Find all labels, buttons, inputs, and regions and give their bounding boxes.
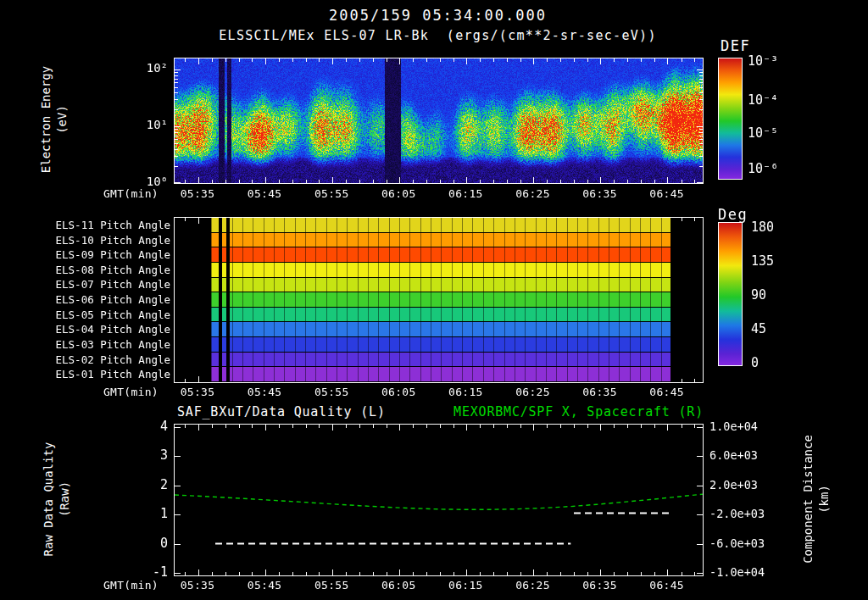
x-tick-label: 06:25: [515, 187, 550, 200]
pitch-angle-panel: [174, 217, 704, 383]
y-minor-tick-mark: [175, 99, 178, 100]
y-tick-mark: [175, 182, 181, 183]
x-tick-mark: [399, 177, 400, 183]
x-tick-label: 06:05: [381, 386, 416, 398]
x-minor-tick-mark: [440, 58, 441, 62]
x-tick-label: 06:45: [649, 187, 684, 200]
x-tick-mark: [533, 177, 534, 183]
quality-tick-label: 3: [160, 447, 168, 463]
colorbar-tick-label: 10⁻⁵: [748, 125, 778, 141]
x-tick-label: 05:55: [314, 386, 349, 398]
colorbar-tick-label: 0: [751, 355, 759, 370]
pitch-row-label: ELS-06 Pitch Angle: [56, 293, 170, 306]
pitch-dropout-bar: [219, 218, 222, 382]
x-minor-tick-mark: [574, 58, 575, 62]
colorbar-tick-label: 90: [751, 287, 766, 303]
x-minor-tick-mark: [413, 58, 414, 62]
x-minor-tick-mark: [252, 58, 253, 62]
els-quicklook-page: 2005/159 05:34:00.000 ELSSCIL/MEx ELS-07…: [0, 0, 868, 600]
x-tick-mark: [332, 58, 333, 64]
spectrogram-x-axis: GMT(min)05:3505:4505:5506:0506:1506:2506…: [174, 187, 702, 203]
x-minor-tick-mark: [426, 58, 427, 62]
x-minor-tick-mark: [480, 180, 481, 183]
x-tick-label: 06:15: [448, 187, 483, 200]
x-minor-tick-mark: [387, 58, 387, 62]
y-minor-tick-mark: [699, 149, 703, 150]
x-minor-tick-mark: [480, 58, 481, 62]
x-axis-title: GMT(min): [103, 386, 159, 398]
x-tick-mark: [667, 58, 668, 64]
x-minor-tick-mark: [346, 180, 347, 183]
x-minor-tick-mark: [426, 180, 427, 183]
x-tick-label: 06:35: [582, 386, 617, 398]
x-minor-tick-mark: [319, 58, 320, 62]
pitch-x-axis: GMT(min)05:3505:4505:5506:0506:1506:2506…: [174, 386, 702, 401]
colorbar-tick-label: 135: [751, 253, 774, 269]
x-minor-tick-mark: [507, 180, 508, 183]
y-minor-tick-mark: [175, 139, 178, 140]
x-tick-mark: [198, 58, 199, 64]
x-axis-title: GMT(min): [103, 579, 159, 592]
x-tick-label: 06:45: [649, 579, 684, 592]
colorbar-tick-label: 180: [751, 219, 774, 235]
x-minor-tick-mark: [212, 180, 213, 183]
x-minor-tick-mark: [185, 379, 186, 382]
x-minor-tick-mark: [560, 58, 561, 62]
x-minor-tick-mark: [694, 180, 695, 183]
x-tick-mark: [198, 376, 199, 382]
y-minor-tick-mark: [699, 92, 703, 93]
y-minor-tick-mark: [699, 136, 703, 136]
x-minor-tick-mark: [641, 180, 642, 183]
quality-axis-title-line: Raw Data Quality: [41, 414, 57, 584]
pitch-row-label: ELS-01 Pitch Angle: [56, 368, 170, 381]
x-tick-label: 06:25: [515, 386, 550, 398]
y-tick-mark: [175, 126, 181, 127]
x-minor-tick-mark: [413, 180, 414, 183]
y-minor-tick-mark: [699, 156, 703, 157]
colorbar-tick-label: 10⁻⁴: [748, 92, 778, 108]
x-minor-tick-mark: [239, 58, 240, 62]
x-minor-tick-mark: [547, 180, 548, 183]
x-tick-label: 06:15: [448, 386, 483, 398]
x-minor-tick-mark: [574, 180, 575, 183]
distance-tick-label: 1.0e+04: [709, 419, 758, 433]
x-tick-mark: [265, 58, 266, 64]
quality-tick-label: 2: [160, 477, 168, 492]
y-tick-mark: [175, 69, 181, 70]
y-minor-tick-mark: [699, 143, 703, 144]
colorbar-tick-label: 45: [751, 321, 766, 336]
energy-axis-title-line: Electron Energy: [38, 35, 54, 204]
distance-tick-label: 2.0e+03: [709, 478, 758, 492]
pitch-row-label: ELS-04 Pitch Angle: [56, 323, 170, 336]
x-tick-mark: [198, 177, 199, 183]
x-minor-tick-mark: [682, 218, 682, 221]
x-tick-label: 06:15: [448, 579, 483, 592]
quality-tick-label: 4: [160, 419, 168, 434]
x-minor-tick-mark: [359, 180, 360, 183]
spectrogram-heatmap: [175, 58, 703, 183]
pitch-row-label: ELS-07 Pitch Angle: [56, 278, 170, 291]
x-minor-tick-mark: [587, 180, 588, 183]
y-minor-tick-mark: [175, 109, 178, 110]
flux-colorbar-labels: 10⁻³10⁻⁴10⁻⁵10⁻⁶: [748, 58, 798, 178]
x-minor-tick-mark: [547, 58, 548, 62]
y-minor-tick-mark: [175, 132, 178, 133]
y-minor-tick-mark: [175, 75, 178, 76]
quality-tick-label: -1: [153, 564, 168, 580]
x-minor-tick-mark: [493, 180, 494, 183]
x-minor-tick-mark: [225, 180, 226, 183]
y-minor-tick-mark: [175, 87, 178, 88]
y-minor-tick-mark: [699, 166, 703, 167]
x-tick-mark: [399, 58, 400, 64]
x-minor-tick-mark: [185, 218, 186, 221]
x-tick-mark: [600, 177, 601, 183]
quality-series-title: SAF_BXuT/Data Quality (L): [177, 404, 386, 419]
y-minor-tick-mark: [175, 82, 178, 83]
colorbar-tick-label: 10⁻³: [748, 53, 778, 69]
x-minor-tick-mark: [614, 58, 615, 62]
x-minor-tick-mark: [373, 58, 374, 62]
x-minor-tick-mark: [694, 58, 695, 62]
x-minor-tick-mark: [346, 58, 347, 62]
flux-colorbar-title: DEF: [721, 37, 750, 54]
x-tick-label: 06:35: [582, 187, 617, 200]
